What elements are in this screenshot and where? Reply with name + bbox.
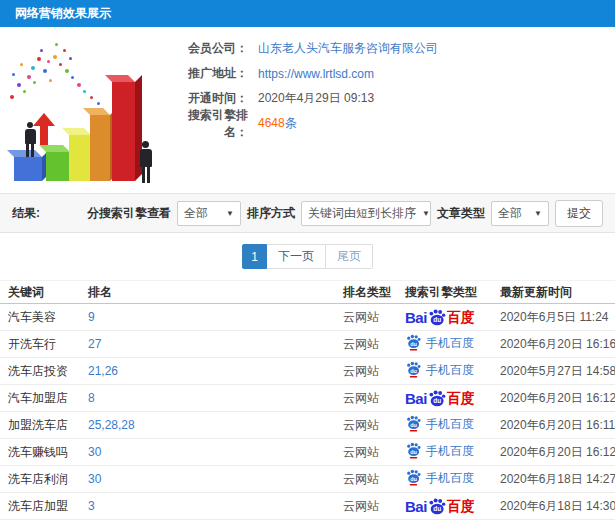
keyword-cell: 洗车赚钱吗 xyxy=(0,439,80,466)
time-cell: 2020年5月27日 14:58 xyxy=(492,358,615,385)
baidu-logo: Bai du 百度 xyxy=(405,498,475,515)
rank-link[interactable]: 8 xyxy=(88,391,95,405)
info-section: 会员公司： 山东老人头汽车服务咨询有限公司 推广地址： https://www.… xyxy=(0,27,615,193)
header-rank: 排名 xyxy=(80,281,335,304)
submit-button[interactable]: 提交 xyxy=(555,200,603,227)
time-cell: 2020年6月18日 14:27 xyxy=(492,466,615,493)
bar-orange xyxy=(90,115,110,181)
svg-text:du: du xyxy=(433,316,441,323)
keyword-cell: 开洗车行 xyxy=(0,331,80,358)
rank-link[interactable]: 30 xyxy=(88,445,101,459)
table-row: 汽车美容9云网站 Bai du 百度 2020年6月5日 11:24 xyxy=(0,304,615,331)
mobile-baidu-logo: du 手机百度 xyxy=(405,469,474,486)
page-title: 网络营销效果展示 xyxy=(15,5,111,22)
rank-type-cell: 云网站 xyxy=(335,331,397,358)
promotion-url-link[interactable]: https://www.lrtlsd.com xyxy=(258,67,374,81)
mobile-baidu-logo: du 手机百度 xyxy=(405,442,474,459)
svg-text:du: du xyxy=(410,368,417,374)
rank-link[interactable]: 25,28,28 xyxy=(88,418,135,432)
svg-text:du: du xyxy=(410,449,417,455)
chevron-down-icon: ▼ xyxy=(226,209,234,218)
pagination-section: 1 下一页 尾页 xyxy=(0,233,615,280)
bar-yellow xyxy=(69,135,91,181)
table-body: 汽车美容9云网站 Bai du 百度 2020年6月5日 11:24开洗车行27… xyxy=(0,304,615,520)
engine-cell: Bai du 百度 xyxy=(397,385,492,412)
rank-type-cell: 云网站 xyxy=(335,493,397,520)
svg-text:du: du xyxy=(410,476,417,482)
mobile-baidu-logo: du 手机百度 xyxy=(405,334,474,351)
engine-rank-count: 4648 xyxy=(258,116,285,130)
rank-link[interactable]: 3 xyxy=(88,499,95,513)
table-row: 洗车店投资21,26云网站 du 手机百度 2020年5月27日 14:58 xyxy=(0,358,615,385)
engine-cell: du 手机百度 xyxy=(397,331,492,358)
engine-filter-select[interactable]: 全部 ▼ xyxy=(177,201,241,226)
baidu-paw-icon: du xyxy=(428,498,446,515)
mobile-baidu-logo: du 手机百度 xyxy=(405,415,474,432)
keyword-cell: 加盟洗车店 xyxy=(0,412,80,439)
svg-text:du: du xyxy=(410,422,417,428)
baidu-paw-icon: du xyxy=(428,309,446,326)
baidu-logo: Bai du 百度 xyxy=(405,390,475,407)
keyword-cell: 洗车店加盟 xyxy=(0,493,80,520)
rank-cell: 8 xyxy=(80,385,335,412)
open-time-label: 开通时间： xyxy=(168,90,248,107)
article-type-select[interactable]: 全部 ▼ xyxy=(491,201,549,226)
table-row: 开洗车行27云网站 du 手机百度 2020年6月20日 16:16 xyxy=(0,331,615,358)
sort-select[interactable]: 关键词由短到长排序 ▼ xyxy=(301,201,431,226)
header-keyword: 关键词 xyxy=(0,281,80,304)
table-row: 洗车店加盟3云网站 Bai du 百度 2020年6月18日 14:30 xyxy=(0,493,615,520)
bar-red xyxy=(112,82,135,181)
header-rank-type: 排名类型 xyxy=(335,281,397,304)
engine-cell: du 手机百度 xyxy=(397,439,492,466)
baidu-logo: Bai du 百度 xyxy=(405,309,475,326)
header-update-time: 最新更新时间 xyxy=(492,281,615,304)
rank-type-cell: 云网站 xyxy=(335,466,397,493)
svg-text:du: du xyxy=(433,505,441,512)
pagination: 1 下一页 尾页 xyxy=(242,244,373,269)
rank-type-cell: 云网站 xyxy=(335,304,397,331)
table-row: 洗车店利润30云网站 du 手机百度 2020年6月18日 14:27 xyxy=(0,466,615,493)
engine-filter-label: 分搜索引擎查看 xyxy=(87,205,171,222)
info-row-company: 会员公司： 山东老人头汽车服务咨询有限公司 xyxy=(168,36,438,61)
rank-link[interactable]: 30 xyxy=(88,472,101,486)
engine-cell: du 手机百度 xyxy=(397,412,492,439)
header-engine-type: 搜索引擎类型 xyxy=(397,281,492,304)
info-row-engine-rank: 搜索引擎排名： 4648条 xyxy=(168,111,438,136)
rank-type-cell: 云网站 xyxy=(335,439,397,466)
businessman-figure-right xyxy=(138,141,153,183)
rank-cell: 9 xyxy=(80,304,335,331)
keyword-cell: 汽车加盟店 xyxy=(0,385,80,412)
svg-text:du: du xyxy=(433,397,441,404)
next-page-button[interactable]: 下一页 xyxy=(267,244,326,269)
mobile-baidu-paw-icon: du xyxy=(406,361,421,378)
filter-controls: 分搜索引擎查看 全部 ▼ 排序方式 关键词由短到长排序 ▼ 文章类型 全部 ▼ … xyxy=(87,200,603,227)
keyword-cell: 洗车店利润 xyxy=(0,466,80,493)
keyword-ranking-table: 关键词 排名 排名类型 搜索引擎类型 最新更新时间 汽车美容9云网站 Bai d… xyxy=(0,280,615,520)
table-row: 加盟洗车店25,28,28云网站 du 手机百度 2020年6月20日 16:1… xyxy=(0,412,615,439)
rank-type-cell: 云网站 xyxy=(335,358,397,385)
page-number-current[interactable]: 1 xyxy=(242,244,267,269)
chevron-down-icon: ▼ xyxy=(422,209,430,218)
time-cell: 2020年6月20日 16:11 xyxy=(492,412,615,439)
filter-bar: 结果: 分搜索引擎查看 全部 ▼ 排序方式 关键词由短到长排序 ▼ 文章类型 全… xyxy=(0,193,615,233)
engine-rank-unit: 条 xyxy=(285,116,297,130)
rank-link[interactable]: 21,26 xyxy=(88,364,118,378)
rank-link[interactable]: 27 xyxy=(88,337,101,351)
member-info-list: 会员公司： 山东老人头汽车服务咨询有限公司 推广地址： https://www.… xyxy=(168,36,438,136)
engine-cell: du 手机百度 xyxy=(397,466,492,493)
svg-text:du: du xyxy=(410,341,417,347)
growth-chart-illustration xyxy=(2,35,182,193)
rank-cell: 27 xyxy=(80,331,335,358)
rank-link[interactable]: 9 xyxy=(88,310,95,324)
engine-cell: du 手机百度 xyxy=(397,358,492,385)
company-link[interactable]: 山东老人头汽车服务咨询有限公司 xyxy=(258,41,438,55)
rank-type-cell: 云网站 xyxy=(335,412,397,439)
chevron-down-icon: ▼ xyxy=(534,209,542,218)
time-cell: 2020年6月20日 16:16 xyxy=(492,331,615,358)
mobile-baidu-paw-icon: du xyxy=(406,469,421,486)
rank-cell: 25,28,28 xyxy=(80,412,335,439)
baidu-paw-icon: du xyxy=(428,390,446,407)
last-page-button[interactable]: 尾页 xyxy=(326,244,373,269)
result-label: 结果: xyxy=(12,205,40,222)
mobile-baidu-paw-icon: du xyxy=(406,442,421,459)
